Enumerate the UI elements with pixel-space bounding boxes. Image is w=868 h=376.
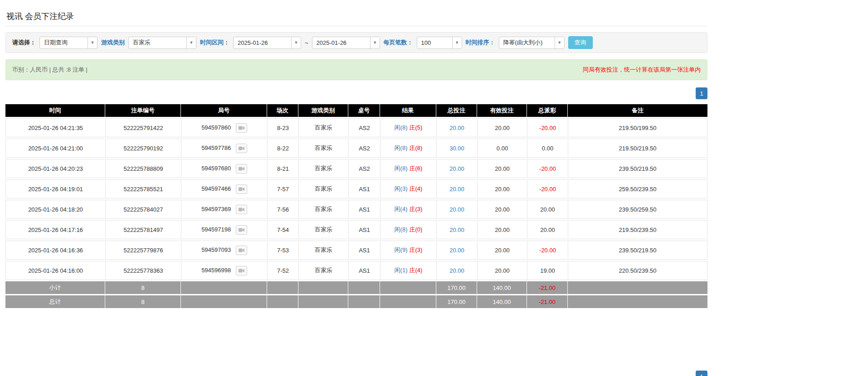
cell-total-bet[interactable]: 20.00 [436, 261, 477, 280]
cell-valid-bet: 20.00 [477, 241, 527, 260]
page-size-label: 每页笔数： [384, 39, 413, 47]
cell-total-bet[interactable]: 30.00 [436, 139, 477, 158]
video-replay-button[interactable] [236, 144, 247, 153]
cell-total-bet[interactable]: 20.00 [436, 179, 477, 198]
subtotal-label: 小计 [5, 281, 105, 294]
total-count: 8 [105, 295, 181, 308]
cell-payout: 20.00 [527, 200, 568, 219]
header-valid-bet: 有效投注 [477, 104, 527, 117]
result-player: 闲(8) [395, 165, 408, 172]
cell-bet-id: 522225779876 [105, 241, 181, 260]
table-row: 2025-01-26 04:21:35 522225791422 5945978… [5, 118, 707, 137]
cell-total-bet[interactable]: 20.00 [436, 118, 477, 137]
cell-table-no: AS1 [348, 241, 380, 260]
cell-total-bet[interactable]: 20.00 [436, 159, 477, 178]
video-replay-button[interactable] [236, 184, 247, 194]
cell-total-bet[interactable]: 20.00 [436, 200, 477, 219]
pagination-page-1-bottom[interactable]: 1 [696, 371, 707, 376]
table-body: 2025-01-26 04:21:35 522225791422 5945978… [5, 118, 707, 280]
records-table: 时间 注单编号 局号 场次 游戏类别 桌号 结果 总投注 有效投注 总派彩 备注… [5, 103, 707, 309]
video-replay-button[interactable] [236, 205, 247, 214]
chevron-down-icon[interactable]: ▼ [555, 37, 564, 48]
cell-result: 闲(8)庄(0) [380, 220, 436, 239]
header-time: 时间 [5, 104, 105, 117]
cell-game-type: 百家乐 [298, 179, 348, 198]
cell-round-id: 594597198 [181, 220, 267, 239]
cell-valid-bet: 20.00 [477, 118, 527, 137]
cell-payout: -20.00 [527, 159, 568, 178]
chevron-down-icon[interactable]: ▼ [186, 37, 196, 48]
header-round-id: 局号 [181, 104, 267, 117]
summary-notice: 同局有效投注，统一计算在该局第一张注单内 [583, 66, 701, 74]
cell-valid-bet: 20.00 [477, 159, 527, 178]
cell-remark: 219.50/219.50 [568, 139, 707, 158]
chevron-down-icon[interactable]: ▼ [88, 37, 97, 48]
header-table-no: 桌号 [348, 104, 380, 117]
date-to-select[interactable]: 2025-01-26 ▼ [312, 37, 380, 49]
cell-session: 8-21 [267, 159, 298, 178]
filter-panel: 请选择： 日期查询 ▼ 游戏类别 百家乐 ▼ 时间区间： 2025-01-26 … [5, 32, 707, 53]
subtotal-count: 8 [105, 281, 181, 294]
search-button[interactable]: 查询 [568, 36, 593, 49]
chevron-down-icon[interactable]: ▼ [291, 37, 301, 48]
date-from-value: 2025-01-26 [234, 39, 291, 46]
round-id-value: 594597680 [201, 164, 231, 171]
chevron-down-icon[interactable]: ▼ [370, 37, 380, 48]
cell-game-type: 百家乐 [298, 139, 348, 158]
cell-bet-id: 522225781497 [105, 220, 181, 239]
pagination-page-1[interactable]: 1 [696, 87, 707, 99]
cell-bet-id: 522225788809 [105, 159, 181, 178]
result-banker: 庄(4) [410, 185, 423, 192]
cell-result: 闲(8)庄(8) [380, 139, 436, 158]
cell-payout: 20.00 [527, 220, 568, 239]
cell-time: 2025-01-26 04:19:01 [5, 179, 105, 198]
table-row: 2025-01-26 04:16:00 522225778363 5945969… [5, 261, 707, 280]
cell-time: 2025-01-26 04:20:23 [5, 159, 105, 178]
cell-bet-id: 522225790192 [105, 139, 181, 158]
sort-order-label: 时间排序： [466, 39, 495, 47]
total-valid-bet: 140.00 [477, 295, 527, 308]
cell-remark: 239.50/219.50 [568, 241, 707, 260]
cell-valid-bet: 20.00 [477, 220, 527, 239]
cell-result: 闲(8)庄(6) [380, 159, 436, 178]
video-camera-icon [239, 146, 244, 151]
chevron-down-icon[interactable]: ▼ [452, 37, 462, 48]
video-replay-button[interactable] [236, 164, 247, 174]
cell-total-bet[interactable]: 20.00 [436, 220, 477, 239]
round-id-value: 594597860 [201, 124, 231, 130]
cell-round-id: 594597369 [181, 200, 267, 219]
video-replay-button[interactable] [236, 225, 247, 235]
cell-time: 2025-01-26 04:16:36 [5, 241, 105, 260]
table-row: 2025-01-26 04:17:16 522225781497 5945971… [5, 220, 707, 239]
sort-order-select[interactable]: 降幂(由大到小) ▼ [499, 37, 565, 49]
video-camera-icon [239, 227, 244, 232]
cell-table-no: AS2 [348, 139, 380, 158]
cell-payout: 19.00 [527, 261, 568, 280]
cell-remark: 239.50/219.50 [568, 159, 707, 178]
cell-remark: 220.50/239.50 [568, 261, 707, 280]
total-total-bet: 170.00 [436, 295, 477, 308]
page-size-select[interactable]: 100 ▼ [417, 37, 462, 49]
round-id-value: 594597369 [201, 205, 231, 212]
video-replay-button[interactable] [236, 123, 247, 133]
cell-session: 8-22 [267, 139, 298, 158]
query-type-select[interactable]: 日期查询 ▼ [39, 37, 98, 49]
result-player: 闲(8) [395, 145, 408, 151]
cell-game-type: 百家乐 [298, 220, 348, 239]
cell-remark: 259.50/239.50 [568, 179, 707, 198]
result-banker: 庄(6) [410, 165, 423, 172]
date-range-tilde: ~ [305, 39, 308, 46]
date-from-select[interactable]: 2025-01-26 ▼ [233, 37, 301, 49]
cell-result: 闲(3)庄(4) [380, 179, 436, 198]
header-result: 结果 [380, 104, 436, 117]
total-payout: -21.00 [527, 295, 568, 308]
game-type-value: 百家乐 [129, 39, 186, 47]
video-replay-button[interactable] [236, 246, 247, 255]
round-id-value: 594596998 [201, 266, 231, 273]
subtotal-total-bet: 170.00 [436, 281, 477, 294]
cell-total-bet[interactable]: 20.00 [436, 241, 477, 260]
game-type-select[interactable]: 百家乐 ▼ [128, 37, 196, 49]
result-player: 闲(3) [395, 185, 408, 192]
cell-round-id: 594597860 [181, 118, 267, 137]
video-replay-button[interactable] [236, 266, 247, 275]
